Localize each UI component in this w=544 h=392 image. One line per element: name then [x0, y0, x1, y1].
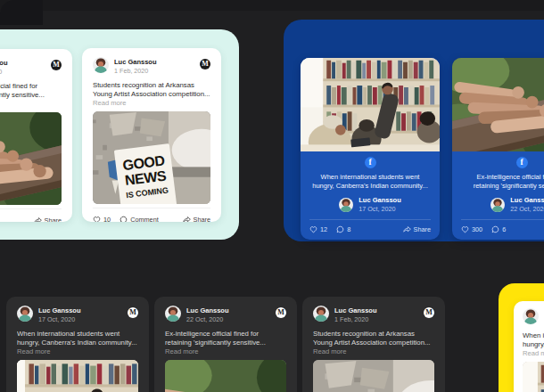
like-count: 10	[103, 216, 111, 223]
yellow-card-students-hungry[interactable]: Luc Ganssou When international students …	[514, 301, 544, 392]
facebook-icon: f	[516, 157, 528, 168]
post-title: Ex-intelligence official fined for retai…	[154, 330, 297, 347]
like-count: 300	[472, 225, 482, 233]
dark-card-students-hungry[interactable]: Luc Ganssou 17 Oct, 2020 M When internat…	[6, 297, 149, 392]
card-footer: 10 Comment Share	[93, 208, 210, 222]
post-title: Ex-intelligence official fined for retai…	[0, 82, 72, 100]
blue-card-ex-intelligence[interactable]: f Ex-intelligence official fined for ret…	[452, 58, 544, 240]
heart-icon	[93, 216, 101, 223]
author-name: Luc Ganssou	[359, 196, 401, 204]
avatar	[17, 306, 33, 322]
author-name: Luc Ganssou	[334, 306, 418, 314]
comment-count: 6	[502, 225, 506, 233]
post-image-library	[523, 362, 544, 392]
post-image-good-news	[93, 111, 210, 204]
author-name: Luc Ganssou	[114, 58, 194, 66]
post-image-hands	[452, 58, 544, 151]
avatar	[339, 198, 353, 212]
avatar	[523, 308, 539, 324]
mint-theme-panel: Luc Ganssou 22 Oct, 2020 M Ex-intelligen…	[0, 29, 239, 240]
facebook-icon: f	[365, 157, 376, 168]
author-name: Luc Ganssou	[510, 196, 544, 204]
post-image-library	[301, 58, 440, 151]
like-count: 12	[320, 225, 327, 233]
comment-icon	[336, 225, 344, 233]
read-more-link[interactable]: Read more	[514, 349, 544, 358]
mint-card-ex-intelligence[interactable]: Luc Ganssou 22 Oct, 2020 M Ex-intelligen…	[0, 49, 72, 222]
yellow-theme-panel: Luc Ganssou When international students …	[499, 283, 544, 392]
like-button[interactable]: 300	[461, 225, 482, 233]
design-canvas: Luc Ganssou 22 Oct, 2020 M Ex-intelligen…	[0, 0, 544, 392]
author-name: Luc Ganssou	[0, 59, 45, 67]
medium-icon: M	[51, 60, 62, 70]
author-name: Luc Ganssou	[38, 306, 122, 314]
post-title: Ex-intelligence official fined for retai…	[452, 173, 544, 191]
comment-icon	[120, 216, 128, 223]
post-image-good-news	[313, 360, 434, 392]
post-date: 22 Oct, 2020	[186, 315, 270, 323]
read-more-link[interactable]: Read more	[82, 99, 221, 108]
post-date: 17 Oct, 2020	[38, 315, 122, 323]
post-title: When international students went hungry,…	[514, 331, 544, 349]
like-button[interactable]: 10	[93, 216, 111, 223]
comment-button[interactable]: 6	[491, 225, 506, 233]
card-header: Luc Ganssou 1 Feb, 2020 M	[82, 48, 221, 75]
card-header: Luc Ganssou 1 Feb, 2020 M	[302, 297, 445, 323]
read-more-link[interactable]: Read more	[154, 347, 297, 356]
card-footer: 300 6 Share	[461, 219, 544, 233]
heart-icon	[309, 225, 317, 233]
author-row: Luc Ganssou 22 Oct, 2020	[452, 196, 544, 213]
read-more-link[interactable]: Read more	[6, 347, 149, 356]
post-image-hands	[0, 112, 62, 205]
top-left-corner-shape	[0, 0, 43, 25]
card-header: Luc Ganssou 22 Oct, 2020 M	[0, 49, 72, 76]
avatar	[313, 306, 329, 322]
post-title: When international students went hungry,…	[301, 173, 440, 191]
author-row: Luc Ganssou 17 Oct, 2020	[301, 196, 440, 213]
medium-icon: M	[424, 307, 434, 318]
post-image-library	[17, 360, 138, 392]
avatar	[490, 198, 505, 212]
comment-count: 8	[347, 225, 350, 233]
post-title: Students recognition at Arkansas Young A…	[302, 330, 445, 347]
share-button[interactable]: Share	[183, 216, 210, 223]
post-date: 17 Oct, 2020	[359, 205, 401, 213]
mint-card-students-recognition[interactable]: Luc Ganssou 1 Feb, 2020 M Students recog…	[82, 48, 221, 222]
read-more-link[interactable]: Read more	[0, 100, 72, 109]
comment-button[interactable]: 8	[336, 225, 350, 233]
share-icon	[403, 225, 411, 233]
card-header: Luc Ganssou	[514, 301, 544, 324]
medium-icon: M	[200, 59, 210, 69]
medium-icon: M	[128, 307, 138, 318]
post-date: 22 Oct, 2020	[510, 205, 544, 213]
share-button[interactable]: Share	[403, 225, 431, 233]
blue-theme-panel: f When international students went hungr…	[284, 20, 544, 241]
post-image-hands	[165, 360, 286, 392]
top-band	[0, 0, 544, 11]
card-footer: 12 8 Share	[309, 219, 431, 233]
blue-card-students-hungry[interactable]: f When international students went hungr…	[301, 58, 440, 240]
dark-card-ex-intelligence[interactable]: Luc Ganssou 22 Oct, 2020 M Ex-intelligen…	[154, 297, 297, 392]
medium-icon: M	[276, 307, 286, 318]
post-date: 22 Oct, 2020	[0, 68, 45, 76]
author-name: Luc Ganssou	[186, 306, 270, 314]
post-date: 1 Feb, 2020	[334, 315, 418, 323]
share-icon	[34, 216, 42, 223]
comment-button[interactable]: Comment	[120, 216, 159, 223]
comment-icon	[491, 225, 499, 233]
avatar	[165, 306, 181, 322]
avatar	[93, 57, 109, 73]
read-more-link[interactable]: Read more	[302, 347, 445, 356]
post-title: When international students went hungry,…	[6, 330, 149, 347]
card-footer: Share	[0, 208, 62, 222]
post-date: 1 Feb, 2020	[114, 67, 194, 75]
share-button[interactable]: Share	[34, 216, 62, 223]
post-title: Students recognition at Arkansas Young A…	[82, 81, 221, 99]
like-button[interactable]: 12	[309, 225, 327, 233]
share-icon	[183, 216, 191, 223]
card-header: Luc Ganssou 22 Oct, 2020 M	[154, 297, 297, 323]
card-header: Luc Ganssou 17 Oct, 2020 M	[6, 297, 149, 323]
heart-icon	[461, 225, 469, 233]
dark-card-students-recognition[interactable]: Luc Ganssou 1 Feb, 2020 M Students recog…	[302, 297, 445, 392]
